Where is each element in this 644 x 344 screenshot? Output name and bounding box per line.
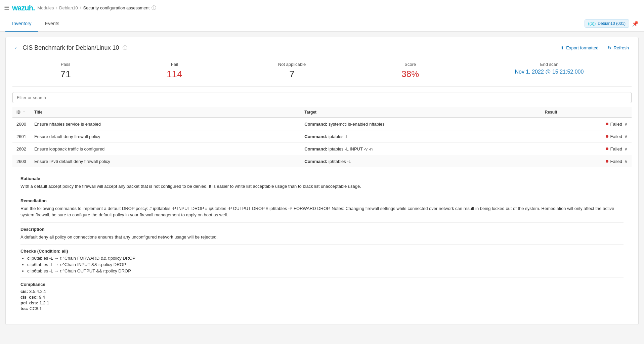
filter-input[interactable]	[12, 92, 632, 103]
card-actions: ⬆ Export formatted ↻ Refresh	[558, 44, 632, 52]
stat-score-label: Score	[401, 62, 419, 67]
export-icon: ⬆	[560, 45, 564, 50]
checks-title: Checks (Condition: all)	[20, 249, 624, 254]
compliance-value: 3.5.4.2.1	[29, 289, 46, 294]
result-dot	[606, 160, 608, 163]
table-header: ID ↑ Title Target Result	[12, 107, 632, 118]
checks-list: c:ip6tables -L → r:^Chain FORWARD && r:p…	[20, 256, 624, 273]
cell-title: Ensure loopback traffic is configured	[30, 143, 300, 155]
compliance-value: CC8.1	[30, 306, 42, 311]
refresh-button[interactable]: ↻ Refresh	[605, 44, 632, 52]
expanded-detail-row: Rationale With a default accept policy t…	[12, 167, 632, 318]
stat-pass-value: 71	[60, 69, 71, 80]
check-item: c:ip6tables -L → r:^Chain INPUT && r:pol…	[27, 262, 624, 267]
compliance-key: pci_dss:	[20, 300, 38, 305]
pin-icon[interactable]: 📌	[632, 20, 639, 27]
top-nav: ☰ wazuh. Modules / Debian10 / Security c…	[0, 0, 644, 16]
tab-events[interactable]: Events	[38, 16, 66, 32]
rationale-text: With a default accept policy the firewal…	[20, 183, 624, 190]
col-header-id[interactable]: ID ↑	[12, 107, 30, 118]
stat-fail: Fail 114	[167, 62, 182, 80]
cell-title: Ensure default deny firewall policy	[30, 130, 300, 143]
export-button[interactable]: ⬆ Export formatted	[558, 44, 601, 52]
compliance-grid: cis: 3.5.4.2.1cis_csc: 9.4pci_dss: 1.2.1…	[20, 289, 624, 311]
col-header-title: Title	[30, 107, 300, 118]
tab-inventory[interactable]: Inventory	[5, 16, 38, 32]
tabs: Inventory Events	[5, 16, 66, 31]
check-item: c:ip6tables -L → r:^Chain OUTPUT && r:po…	[27, 268, 624, 273]
cell-id: 2603	[12, 155, 30, 168]
result-label: Failed	[610, 122, 622, 127]
sep1: /	[56, 5, 57, 10]
sort-arrow-id: ↑	[23, 110, 25, 115]
compliance-key: tsc:	[20, 306, 28, 311]
compliance-item: tsc: CC8.1	[20, 306, 624, 311]
cell-title: Ensure nftables service is enabled	[30, 118, 300, 130]
remediation-title: Remediation	[20, 198, 624, 203]
export-label: Export formatted	[566, 45, 598, 50]
stat-pass: Pass 71	[60, 62, 71, 80]
benchmark-card: ‹ CIS Benchmark for Debian/Linux 10 ⓘ ⬆ …	[5, 37, 639, 325]
cell-id: 2601	[12, 130, 30, 143]
cell-target: Command: iptables -L INPUT -v -n	[300, 143, 541, 155]
col-header-result: Result	[541, 107, 632, 118]
filter-bar	[12, 92, 632, 103]
agent-name: Debian10 (001)	[598, 21, 626, 26]
col-header-target: Target	[300, 107, 541, 118]
cell-result: Failed ∧	[541, 155, 632, 168]
compliance-item: pci_dss: 1.2.1	[20, 300, 624, 305]
refresh-icon: ↻	[608, 45, 611, 50]
table-row: 2600 Ensure nftables service is enabled …	[12, 118, 632, 130]
expand-chevron[interactable]: ∧	[624, 159, 628, 164]
back-button[interactable]: ‹	[12, 44, 19, 52]
card-title: CIS Benchmark for Debian/Linux 10	[23, 44, 119, 51]
stat-fail-value: 114	[167, 69, 182, 80]
compliance-value: 1.2.1	[39, 300, 49, 305]
cell-id: 2602	[12, 143, 30, 155]
breadcrumb: Modules / Debian10 / Security configurat…	[37, 5, 156, 11]
menu-icon[interactable]: ☰	[4, 4, 9, 12]
table-body: 2600 Ensure nftables service is enabled …	[12, 118, 632, 318]
agent-badge: ((o)) Debian10 (001)	[585, 19, 629, 28]
tab-bar: Inventory Events ((o)) Debian10 (001) 📌	[0, 16, 644, 32]
sep2: /	[80, 5, 81, 10]
breadcrumb-modules[interactable]: Modules	[37, 5, 54, 10]
compliance-value: 9.4	[39, 295, 45, 300]
stat-fail-label: Fail	[167, 62, 182, 67]
expanded-detail-cell: Rationale With a default accept policy t…	[12, 167, 632, 318]
result-label: Failed	[610, 146, 622, 152]
cell-result: Failed ∨	[541, 130, 632, 143]
compliance-key: cis_csc:	[20, 295, 38, 300]
table-row: 2602 Ensure loopback traffic is configur…	[12, 143, 632, 155]
table-row: 2603 Ensure IPv6 default deny firewall p…	[12, 155, 632, 168]
expand-chevron[interactable]: ∨	[624, 146, 628, 152]
expanded-detail: Rationale With a default accept policy t…	[16, 171, 628, 314]
stat-na-label: Not applicable	[278, 62, 306, 67]
rationale-title: Rationale	[20, 176, 624, 181]
cell-title: Ensure IPv6 default deny firewall policy	[30, 155, 300, 168]
description-text: A default deny all policy on connections…	[20, 234, 624, 241]
description-title: Description	[20, 227, 624, 232]
compliance-item: cis: 3.5.4.2.1	[20, 289, 624, 294]
compliance-key: cis:	[20, 289, 28, 294]
card-info-icon[interactable]: ⓘ	[123, 45, 127, 51]
page-info-icon[interactable]: ⓘ	[152, 5, 156, 11]
card-header: ‹ CIS Benchmark for Debian/Linux 10 ⓘ ⬆ …	[12, 44, 632, 52]
remediation-text: Run the following commands to implement …	[20, 205, 624, 218]
stat-endscan: End scan Nov 1, 2022 @ 15:21:52.000	[515, 62, 584, 80]
main-content: ‹ CIS Benchmark for Debian/Linux 10 ⓘ ⬆ …	[0, 32, 644, 330]
breadcrumb-debian10[interactable]: Debian10	[59, 5, 78, 10]
expand-chevron[interactable]: ∨	[624, 121, 628, 127]
logo: wazuh.	[12, 4, 35, 12]
results-table: ID ↑ Title Target Result 2600 Ensure nft…	[12, 107, 632, 318]
stat-endscan-label: End scan	[515, 62, 584, 67]
result-dot	[606, 135, 608, 138]
compliance-title: Compliance	[20, 282, 624, 287]
stat-endscan-value: Nov 1, 2022 @ 15:21:52.000	[515, 69, 584, 75]
cell-result: Failed ∨	[541, 118, 632, 130]
cell-target: Command: systemctl is-enabled nftables	[300, 118, 541, 130]
card-title-area: ‹ CIS Benchmark for Debian/Linux 10 ⓘ	[12, 44, 127, 52]
expand-chevron[interactable]: ∨	[624, 134, 628, 139]
stat-score-value: 38%	[401, 69, 419, 79]
result-dot	[606, 123, 608, 125]
